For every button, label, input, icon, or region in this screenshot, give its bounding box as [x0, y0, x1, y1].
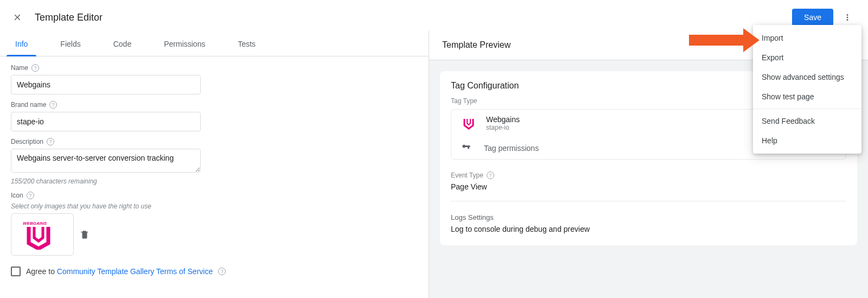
logs-settings-label: Logs Settings	[451, 213, 846, 221]
svg-marker-0	[689, 28, 760, 52]
help-icon[interactable]: ?	[218, 268, 226, 275]
webgains-icon	[461, 116, 476, 131]
tab-code[interactable]: Code	[105, 32, 140, 56]
more-menu-dropdown: Import Export Show advanced settings Sho…	[753, 25, 861, 154]
tos-checkbox[interactable]	[11, 267, 21, 276]
key-icon	[461, 142, 471, 154]
menu-item-help[interactable]: Help	[753, 131, 861, 150]
description-label: Description	[11, 138, 43, 145]
delete-icon-button[interactable]	[78, 228, 91, 241]
tag-permissions-label: Tag permissions	[484, 144, 539, 153]
description-remaining: 155/200 characters remaining	[11, 177, 418, 185]
menu-item-import[interactable]: Import	[753, 28, 861, 48]
name-input[interactable]	[11, 75, 201, 94]
webgains-logo-text: WEBGAINS	[23, 221, 47, 226]
tos-text: Agree to Community Template Gallery Term…	[26, 267, 213, 276]
close-button[interactable]	[11, 11, 24, 24]
help-icon[interactable]: ?	[27, 192, 34, 199]
event-type-label: Event Type	[451, 172, 483, 179]
brand-input[interactable]	[11, 112, 201, 131]
tab-bar: Info Fields Code Permissions Tests	[0, 30, 429, 56]
menu-item-advanced-settings[interactable]: Show advanced settings	[753, 67, 861, 87]
annotation-arrow	[689, 28, 760, 52]
brand-label: Brand name	[11, 101, 46, 109]
tab-info[interactable]: Info	[7, 32, 36, 56]
tab-tests[interactable]: Tests	[229, 32, 264, 56]
icon-preview[interactable]: WEBGAINS	[11, 213, 74, 256]
menu-item-send-feedback[interactable]: Send Feedback	[753, 111, 861, 131]
page-title: Template Editor	[35, 12, 103, 23]
tag-brand: stape-io	[486, 124, 520, 131]
help-icon[interactable]: ?	[49, 101, 57, 109]
menu-item-test-page[interactable]: Show test page	[753, 87, 861, 106]
name-label: Name	[11, 64, 28, 72]
tag-name: Webgains	[486, 115, 520, 124]
icon-helper-text: Select only images that you have the rig…	[11, 202, 418, 210]
save-button[interactable]: Save	[792, 9, 833, 26]
logs-settings-value: Log to console during debug and preview	[451, 225, 846, 233]
menu-item-export[interactable]: Export	[753, 48, 861, 67]
help-icon[interactable]: ?	[47, 138, 54, 145]
help-icon[interactable]: ?	[31, 64, 39, 72]
tab-fields[interactable]: Fields	[52, 32, 89, 56]
icon-label: Icon	[11, 192, 23, 199]
more-menu-button[interactable]	[838, 8, 857, 27]
tab-permissions[interactable]: Permissions	[155, 32, 214, 56]
tos-link[interactable]: Community Template Gallery Terms of Serv…	[57, 267, 213, 276]
help-icon[interactable]: ?	[487, 172, 494, 179]
description-input[interactable]	[11, 149, 201, 173]
event-type-value: Page View	[451, 182, 846, 191]
